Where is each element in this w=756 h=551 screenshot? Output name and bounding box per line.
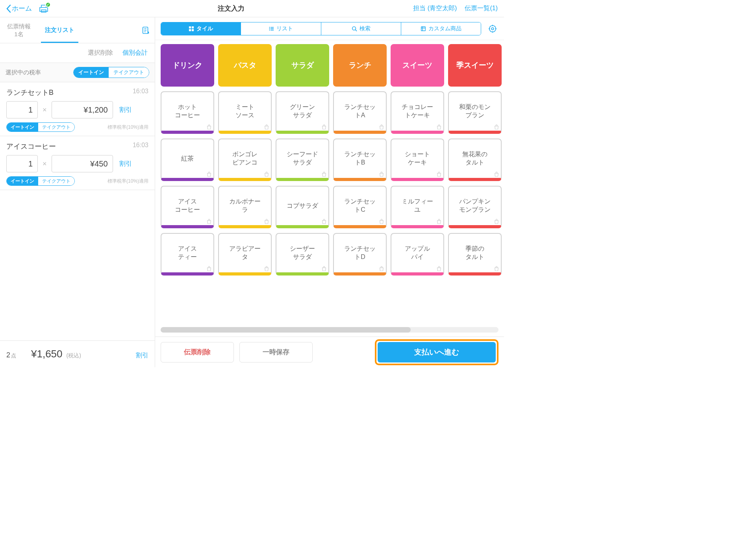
view-segment[interactable]: タイル リスト 検索 カスタム商品 [161,22,481,35]
qty-input[interactable]: 1 [6,101,38,118]
product-tile[interactable]: ミートソース [218,91,272,134]
category-tile[interactable]: ドリンク [161,44,214,87]
product-tile[interactable]: ボンゴレビアンコ [218,139,272,181]
order-total: ¥1,650 [31,348,63,360]
item-count: 2点 [6,351,16,359]
svg-point-7 [269,28,270,29]
tab-slip-info[interactable]: 伝票情報 1名 [0,17,38,43]
product-label: チョコレートケーキ [402,103,433,120]
category-tile[interactable]: 季スイーツ [448,44,502,87]
back-label: ホーム [12,4,32,13]
h-scroll-thumb[interactable] [161,327,411,333]
product-label: ミートソース [235,103,254,120]
qty-input[interactable]: 1 [6,155,38,172]
pay-highlight: 支払いへ進む [375,339,498,365]
product-label: 和栗のモンブラン [459,103,491,120]
item-tax-segment[interactable]: イートイン テイクアウト [6,176,75,186]
view-custom[interactable]: カスタム商品 [401,22,481,35]
seg-takeout[interactable]: テイクアウト [109,67,149,78]
product-tile[interactable]: シーフードサラダ [276,139,329,181]
svg-rect-8 [271,28,274,29]
item-tax-segment[interactable]: イートイン テイクアウト [6,122,75,132]
view-list[interactable]: リスト [241,22,321,35]
svg-line-12 [355,30,357,31]
product-tile[interactable]: シーザーサラダ [276,233,329,276]
item-discount[interactable]: 割引 [119,106,132,114]
h-scrollbar[interactable] [161,327,498,333]
price-input[interactable]: ¥1,200 [52,101,113,118]
product-label: シーフードサラダ [287,150,318,167]
product-tile[interactable]: ショートケーキ [391,139,444,181]
pill-eatin[interactable]: イートイン [7,177,38,185]
staff-link[interactable]: 担当 (青空太郎) [413,4,457,13]
svg-rect-10 [271,30,274,30]
item-discount[interactable]: 割引 [119,160,132,168]
svg-rect-6 [271,27,274,28]
seg-eatin[interactable]: イートイン [74,67,109,78]
proceed-to-pay-button[interactable]: 支払いへ進む [378,342,496,362]
delete-selection[interactable]: 選択削除 [88,49,113,57]
order-discount[interactable]: 割引 [136,351,148,360]
item-time: 16:03 [133,142,148,151]
save-draft-button[interactable]: 一時保存 [239,342,313,362]
category-tile[interactable]: サラダ [276,44,329,87]
item-name: ランチセットB [6,88,54,97]
item-name: アイスコーヒー [6,142,56,151]
product-tile[interactable]: アップルパイ [391,233,444,276]
svg-rect-1 [189,26,191,28]
product-tile[interactable]: チョコレートケーキ [391,91,444,134]
sidebar: 伝票情報 1名 注文リスト 選択削除 個別会計 選択中の税率 イートイン テイク… [0,17,155,367]
product-tile[interactable]: 紅茶 [161,139,214,181]
tab-order-list[interactable]: 注文リスト [38,17,82,43]
product-tile[interactable]: ミルフィーユ [391,186,444,228]
order-item: アイスコーヒー 16:03 1 × ¥450 割引 イートイン テイクアウト 標… [0,136,155,190]
product-tile[interactable]: ランチセットC [333,186,387,228]
view-tile[interactable]: タイル [161,22,241,35]
slips-link[interactable]: 伝票一覧(1) [465,4,498,13]
product-label: カルボナーラ [229,198,261,214]
product-tile[interactable]: ランチセットB [333,139,387,181]
order-item: ランチセットB 16:03 1 × ¥1,200 割引 イートイン テイクアウト… [0,82,155,136]
price-input[interactable]: ¥450 [52,155,113,172]
product-tile[interactable]: アラビアータ [218,233,272,276]
pill-takeout[interactable]: テイクアウト [38,177,74,185]
product-tile[interactable]: カルボナーラ [218,186,272,228]
category-tile[interactable]: ランチ [333,44,387,87]
taxrate-segment[interactable]: イートイン テイクアウト [73,67,149,78]
main: タイル リスト 検索 カスタム商品 [155,17,504,367]
product-tile[interactable]: 季節のタルト [448,233,502,276]
product-tile[interactable]: アイスティー [161,233,214,276]
product-tile[interactable]: ランチセットA [333,91,387,134]
product-label: ホットコーヒー [175,103,200,120]
item-time: 16:03 [133,88,148,97]
multiply-icon: × [43,106,47,114]
category-tile[interactable]: パスタ [218,44,272,87]
view-search[interactable]: 検索 [321,22,401,35]
delete-slip-button[interactable]: 伝票削除 [161,342,234,362]
header: ホーム 注文入力 担当 (青空太郎) 伝票一覧(1) [0,0,504,17]
taxrate-label: 選択中の税率 [6,69,41,76]
product-tile[interactable]: ランチセットD [333,233,387,276]
tax-note: 標準税率(10%)適用 [107,124,148,131]
product-tile[interactable]: 和栗のモンブラン [448,91,502,134]
product-label: ミルフィーユ [402,198,433,214]
split-bill[interactable]: 個別会計 [122,49,148,57]
product-tile[interactable]: 無花果のタルト [448,139,502,181]
svg-rect-2 [192,26,194,28]
back-button[interactable]: ホーム [6,4,32,13]
pill-eatin[interactable]: イートイン [7,123,38,131]
receipt-icon[interactable] [137,17,155,43]
pill-takeout[interactable]: テイクアウト [38,123,74,131]
product-tile[interactable]: アイスコーヒー [161,186,214,228]
product-tile[interactable]: パンプキンモンブラン [448,186,502,228]
tax-inclusive-label: (税込) [67,352,81,359]
product-tile[interactable]: コブサラダ [276,186,329,228]
product-label: アイスティー [178,245,197,261]
product-tile[interactable]: ホットコーヒー [161,91,214,134]
category-tile[interactable]: スイーツ [391,44,444,87]
printer-status-icon[interactable] [38,4,49,13]
product-tile[interactable]: グリーンサラダ [276,91,329,134]
svg-point-5 [269,27,270,28]
settings-icon[interactable] [487,23,498,35]
product-label: ランチセットA [344,103,376,120]
